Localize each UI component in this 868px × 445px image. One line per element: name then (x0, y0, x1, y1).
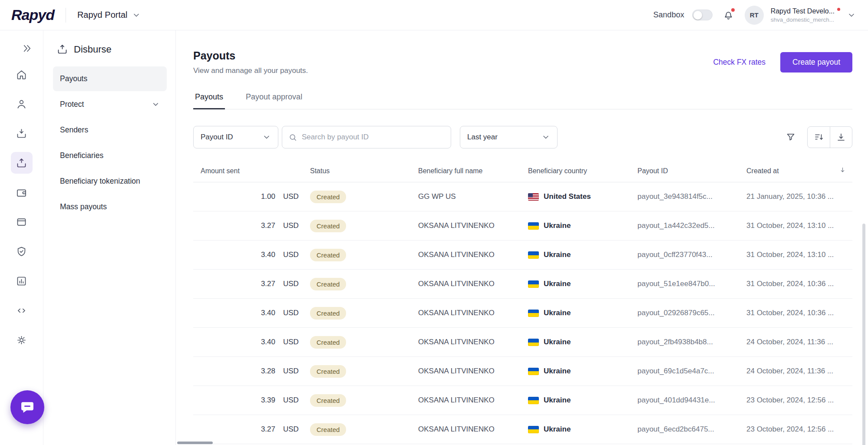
app-root: Rapyd Rapyd Portal Sandbox RT Rapyd Test… (0, 0, 868, 445)
status-badge: Created (310, 278, 346, 290)
country-flag (528, 397, 539, 404)
created-at-cell: 24 October, 2024, 11:36 ... (739, 338, 852, 346)
table-row[interactable]: 3.27 USD Created OKSANA LITVINENKO Ukrai… (193, 211, 852, 241)
beneficiary-country-cell: Ukraine (521, 338, 630, 346)
disburse-outbox-icon (16, 157, 27, 169)
filter-button[interactable] (780, 127, 801, 148)
country-flag (528, 251, 539, 259)
beneficiary-country-cell: United States (521, 192, 630, 201)
beneficiary-name-cell: OKSANA LITVINENKO (411, 425, 521, 434)
rail-item-analytics[interactable] (11, 270, 33, 292)
column-header-beneficiary-name[interactable]: Beneficiary full name (411, 167, 521, 175)
collect-inbox-icon (16, 128, 27, 139)
column-header-created-at[interactable]: Created at (739, 166, 852, 175)
sidebar-item-label: Payouts (60, 74, 87, 83)
created-at-cell: 23 October, 2024, 12:56 ... (739, 396, 852, 405)
topbar: Rapyd Rapyd Portal Sandbox RT Rapyd Test… (0, 0, 868, 30)
search-field-value: Payout ID (201, 133, 233, 142)
portal-switcher[interactable]: Rapyd Portal (77, 10, 141, 20)
notifications-button[interactable] (721, 8, 736, 23)
payout-id-cell: payout_3e943814f5c... (630, 192, 739, 201)
home-icon (16, 69, 27, 80)
beneficiary-name-cell: OKSANA LITVINENKO (411, 251, 521, 259)
amount-value: 3.40 (201, 338, 275, 346)
chevron-down-icon (541, 133, 550, 142)
search-field-select[interactable]: Payout ID (193, 126, 278, 148)
rail-item-settings[interactable] (11, 329, 33, 351)
column-header-label: Created at (746, 167, 779, 175)
table-row[interactable]: 3.27 USD Created OKSANA LITVINENKO Ukrai… (193, 415, 852, 444)
sidebar-item-senders[interactable]: Senders (53, 118, 167, 142)
country-name: Ukraine (544, 251, 571, 259)
rail-item-disburse[interactable] (11, 152, 33, 174)
tab-payout-approval[interactable]: Payout approval (244, 88, 304, 109)
rail-item-developers[interactable] (11, 300, 33, 321)
table-row[interactable]: 3.40 USD Created OKSANA LITVINENKO Ukrai… (193, 299, 852, 328)
rail-item-compliance[interactable] (11, 241, 33, 262)
account-chevron-down-icon[interactable] (847, 11, 856, 20)
horizontal-scrollbar[interactable] (177, 442, 213, 444)
sandbox-toggle[interactable] (692, 10, 713, 20)
country-flag (528, 368, 539, 375)
country-name: Ukraine (544, 367, 571, 376)
account-info[interactable]: Rapyd Test Develo... shva_domestic_merch… (771, 7, 840, 23)
column-header-beneficiary-country[interactable]: Beneficiary country (521, 167, 630, 175)
check-fx-rates-link[interactable]: Check FX rates (713, 58, 766, 67)
sort-button[interactable] (808, 127, 830, 148)
currency-label: USD (283, 280, 299, 288)
country-flag (528, 280, 539, 288)
status-cell: Created (303, 336, 411, 349)
country-name: Ukraine (544, 309, 571, 317)
rail-item-collect[interactable] (11, 122, 33, 144)
beneficiary-name-cell: OKSANA LITVINENKO (411, 221, 521, 230)
beneficiary-name-cell: OKSANA LITVINENKO (411, 396, 521, 405)
table-row[interactable]: 3.40 USD Created OKSANA LITVINENKO Ukrai… (193, 328, 852, 357)
table-row[interactable]: 1.00 USD Created GG WP US United States … (193, 182, 852, 211)
sidebar-item-beneficiaries[interactable]: Beneficiaries (53, 143, 167, 168)
status-cell: Created (303, 394, 411, 407)
tab-payouts[interactable]: Payouts (193, 88, 225, 109)
account-alert-dot (837, 8, 840, 11)
currency-label: USD (283, 338, 299, 346)
table-row[interactable]: 3.40 USD Created OKSANA LITVINENKO Ukrai… (193, 241, 852, 270)
search-box (282, 126, 451, 148)
filter-bar: Payout ID Last year (193, 126, 852, 148)
chat-widget-button[interactable] (10, 390, 44, 424)
status-badge: Created (310, 191, 346, 203)
create-payout-button[interactable]: Create payout (780, 52, 852, 73)
table-row[interactable]: 3.28 USD Created OKSANA LITVINENKO Ukrai… (193, 357, 852, 386)
table-row[interactable]: 3.27 USD Created OKSANA LITVINENKO Ukrai… (193, 270, 852, 299)
status-badge: Created (310, 249, 346, 261)
country-flag (528, 426, 539, 433)
amount-value: 3.27 (201, 280, 275, 288)
sidebar-item-payouts[interactable]: Payouts (53, 66, 167, 91)
beneficiary-country-cell: Ukraine (521, 367, 630, 376)
tab-bar: Payouts Payout approval (193, 88, 852, 109)
vertical-scrollbar[interactable] (862, 224, 865, 445)
rail-item-wallet[interactable] (11, 181, 33, 203)
column-header-payout-id[interactable]: Payout ID (630, 167, 739, 175)
rail-item-home[interactable] (11, 63, 33, 85)
sidebar-item-beneficiary-tokenization[interactable]: Beneficiary tokenization (53, 169, 167, 194)
country-name: United States (544, 192, 591, 201)
search-input[interactable] (302, 133, 445, 142)
rail-item-customers[interactable] (11, 93, 33, 115)
collapse-sidebar-button[interactable] (17, 37, 38, 59)
country-name: Ukraine (544, 425, 571, 434)
column-header-amount-sent[interactable]: Amount sent (193, 167, 303, 175)
table-header-row: Amount sent Status Beneficiary full name… (193, 160, 852, 182)
status-cell: Created (303, 220, 411, 232)
column-header-status[interactable]: Status (303, 167, 411, 175)
sidebar-item-mass-payouts[interactable]: Mass payouts (53, 194, 167, 219)
card-icon (16, 216, 27, 228)
status-cell: Created (303, 278, 411, 290)
table-row[interactable]: 3.39 USD Created OKSANA LITVINENKO Ukrai… (193, 386, 852, 415)
download-button[interactable] (830, 127, 852, 148)
currency-label: USD (283, 192, 299, 201)
avatar[interactable]: RT (745, 6, 764, 25)
rail-item-cards[interactable] (11, 211, 33, 233)
beneficiary-country-cell: Ukraine (521, 396, 630, 405)
beneficiary-country-cell: Ukraine (521, 221, 630, 230)
sidebar-item-protect[interactable]: Protect (53, 92, 167, 117)
date-range-select[interactable]: Last year (460, 126, 558, 148)
